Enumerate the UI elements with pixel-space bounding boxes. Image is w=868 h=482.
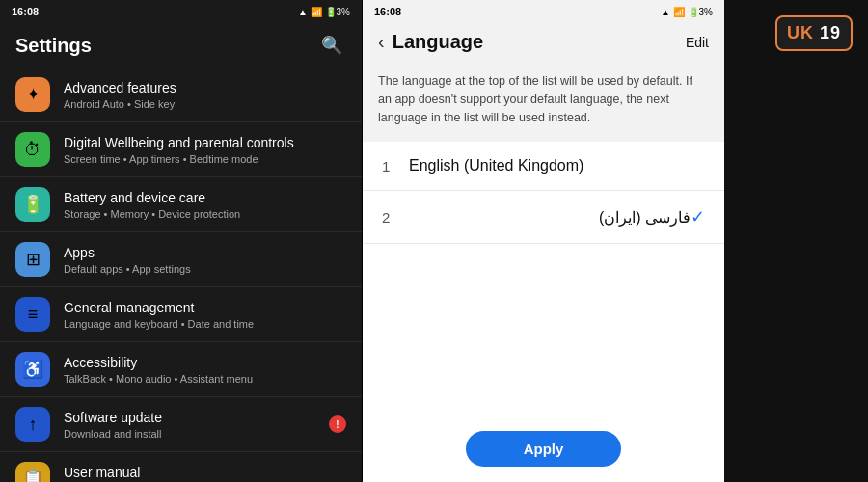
logo-text-19: 19	[820, 23, 841, 43]
apps-subtitle: Default apps • App settings	[64, 263, 346, 275]
logo-box: UK 19	[775, 15, 853, 51]
language-header: ‹ Language Edit	[363, 23, 724, 61]
accessibility-subtitle: TalkBack • Mono audio • Assistant menu	[64, 373, 346, 385]
left-phone: 16:08 ▲ 📶 🔋3% Settings 🔍 ✦ Advanced feat…	[0, 0, 362, 482]
language-number-2: 2	[382, 209, 409, 226]
settings-item-user-manual[interactable]: 📋 User manual User manual	[0, 452, 362, 482]
right-status-bar: 16:08 ▲ 📶 🔋3%	[363, 0, 724, 23]
back-button[interactable]: ‹	[378, 31, 385, 53]
digital-wellbeing-title: Digital Wellbeing and parental controls	[64, 134, 346, 151]
battery-icon: 🔋	[15, 187, 50, 222]
settings-item-software-update[interactable]: ↑ Software update Download and install !	[0, 397, 362, 452]
language-item-persian[interactable]: 2 فارسی (ایران) ✓	[363, 191, 724, 244]
settings-item-battery[interactable]: 🔋 Battery and device care Storage • Memo…	[0, 177, 362, 232]
battery-title: Battery and device care	[64, 189, 346, 206]
accessibility-title: Accessibility	[64, 354, 346, 371]
left-status-icons: ▲ 📶 🔋3%	[298, 7, 350, 17]
right-status-icons: ▲ 📶 🔋3%	[661, 7, 713, 17]
search-icon[interactable]: 🔍	[317, 31, 346, 60]
apps-icon: ⊞	[15, 242, 50, 277]
settings-item-general-management[interactable]: ≡ General management Language and keyboa…	[0, 287, 362, 342]
general-management-title: General management	[64, 299, 346, 316]
apps-title: Apps	[64, 244, 346, 261]
battery-subtitle: Storage • Memory • Device protection	[64, 208, 346, 220]
language-name-english: English (United Kingdom)	[409, 157, 705, 174]
settings-title: Settings	[15, 35, 92, 57]
language-item-english[interactable]: 1 English (United Kingdom)	[363, 142, 724, 191]
right-phone: 16:08 ▲ 📶 🔋3% ‹ Language Edit The langua…	[363, 0, 724, 482]
settings-item-advanced-features[interactable]: ✦ Advanced features Android Auto • Side …	[0, 67, 362, 122]
left-status-bar: 16:08 ▲ 📶 🔋3%	[0, 0, 362, 23]
general-management-icon: ≡	[15, 297, 50, 332]
right-status-time: 16:08	[374, 6, 401, 17]
software-update-subtitle: Download and install	[64, 428, 329, 440]
digital-wellbeing-subtitle: Screen time • App timers • Bedtime mode	[64, 153, 346, 165]
user-manual-title: User manual	[64, 464, 346, 481]
settings-item-accessibility[interactable]: ♿ Accessibility TalkBack • Mono audio • …	[0, 342, 362, 397]
user-manual-icon: 📋	[15, 462, 50, 482]
language-title: Language	[393, 31, 686, 53]
advanced-features-icon: ✦	[15, 77, 50, 112]
settings-header: Settings 🔍	[0, 23, 362, 67]
software-update-title: Software update	[64, 409, 329, 426]
language-name-persian: فارسی (ایران)	[409, 208, 691, 227]
language-list: 1 English (United Kingdom) 2 فارسی (ایرا…	[363, 142, 724, 415]
language-description: The language at the top of the list will…	[363, 61, 724, 142]
accessibility-icon: ♿	[15, 352, 50, 387]
logo-text-uk: UK	[787, 23, 814, 43]
language-number-1: 1	[382, 158, 409, 174]
apply-container: Apply	[363, 415, 724, 482]
logo-panel: UK 19	[724, 0, 868, 482]
software-update-icon: ↑	[15, 407, 50, 442]
settings-item-apps[interactable]: ⊞ Apps Default apps • App settings	[0, 232, 362, 287]
digital-wellbeing-icon: ⏱	[15, 132, 50, 167]
apply-button[interactable]: Apply	[466, 431, 622, 467]
edit-button[interactable]: Edit	[686, 35, 709, 50]
advanced-features-title: Advanced features	[64, 79, 346, 96]
software-update-badge: !	[329, 415, 346, 433]
language-check-icon: ✓	[691, 206, 705, 228]
settings-item-digital-wellbeing[interactable]: ⏱ Digital Wellbeing and parental control…	[0, 122, 362, 177]
advanced-features-subtitle: Android Auto • Side key	[64, 98, 346, 110]
settings-list: ✦ Advanced features Android Auto • Side …	[0, 67, 362, 482]
general-management-subtitle: Language and keyboard • Date and time	[64, 318, 346, 330]
left-status-time: 16:08	[12, 6, 39, 17]
